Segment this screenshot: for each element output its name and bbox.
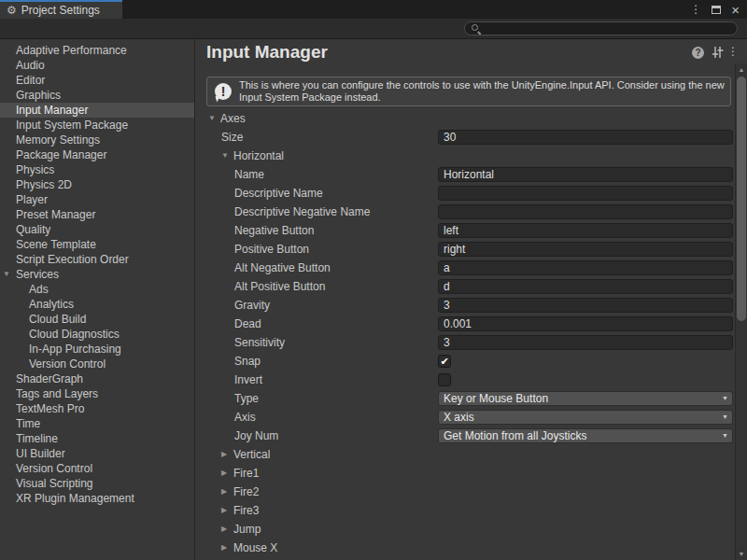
sidebar-item-label: UI Builder bbox=[0, 446, 194, 461]
property-label-fire1[interactable]: Fire1 bbox=[233, 464, 259, 483]
row-fire3: ▶Fire3 bbox=[195, 501, 747, 520]
sidebar-item-input-system-package[interactable]: Input System Package bbox=[0, 118, 194, 133]
row-jump: ▶Jump bbox=[195, 520, 747, 539]
sidebar-item-label: XR Plugin Management bbox=[0, 491, 194, 506]
property-label-axis: Axis bbox=[234, 408, 256, 427]
sidebar-item-label: Input Manager bbox=[0, 103, 194, 118]
scroll-up-icon[interactable]: ▲ bbox=[736, 66, 747, 73]
sidebar-item-memory-settings[interactable]: Memory Settings bbox=[0, 133, 194, 147]
maximize-icon[interactable] bbox=[712, 6, 721, 14]
scroll-down-icon[interactable]: ▼ bbox=[736, 551, 747, 557]
kebab-menu-icon[interactable]: ⋮ bbox=[690, 4, 701, 15]
sidebar-item-script-execution-order[interactable]: Script Execution Order bbox=[0, 252, 194, 267]
sidebar-item-scene-template[interactable]: Scene Template bbox=[0, 237, 194, 252]
foldout-services-icon[interactable]: ▼ bbox=[3, 267, 10, 282]
alt-positive-button-field[interactable]: d bbox=[438, 279, 733, 294]
sidebar-item-version-control[interactable]: Version Control bbox=[0, 461, 194, 476]
sidebar-item-package-manager[interactable]: Package Manager bbox=[0, 147, 194, 162]
foldout-vertical-icon[interactable]: ▶ bbox=[221, 445, 227, 464]
joy-num-dropdown[interactable]: Get Motion from all Joysticks▼ bbox=[438, 428, 733, 443]
name-field[interactable]: Horizontal bbox=[438, 167, 733, 182]
presets-icon[interactable] bbox=[712, 47, 724, 58]
scrollbar-thumb[interactable] bbox=[737, 77, 746, 321]
sidebar-item-label: Visual Scripting bbox=[0, 476, 194, 491]
sidebar-item-graphics[interactable]: Graphics bbox=[0, 88, 194, 103]
axis-dropdown[interactable]: X axis▼ bbox=[438, 410, 733, 425]
row-fire2: ▶Fire2 bbox=[195, 483, 747, 501]
sidebar-item-time[interactable]: Time bbox=[0, 416, 194, 431]
sidebar-item-version-control[interactable]: Version Control bbox=[0, 357, 194, 371]
tab-project-settings[interactable]: ⚙ Project Settings bbox=[0, 0, 122, 19]
foldout-fire2-icon[interactable]: ▶ bbox=[221, 483, 227, 501]
sidebar-item-xr-plugin-management[interactable]: XR Plugin Management bbox=[0, 491, 194, 506]
vertical-scrollbar[interactable]: ▲ ▼ bbox=[735, 63, 747, 560]
foldout-axes-icon[interactable]: ▼ bbox=[208, 109, 216, 128]
type-dropdown[interactable]: Key or Mouse Button▼ bbox=[438, 391, 733, 406]
sidebar-item-preset-manager[interactable]: Preset Manager bbox=[0, 207, 194, 222]
sidebar-item-physics[interactable]: Physics bbox=[0, 162, 194, 177]
sidebar-item-editor[interactable]: Editor bbox=[0, 73, 194, 88]
sidebar-item-label: Tags and Layers bbox=[0, 386, 194, 401]
property-label-alt-negative-button: Alt Negative Button bbox=[234, 259, 331, 277]
property-label-mouse-x[interactable]: Mouse X bbox=[233, 539, 277, 557]
sidebar-item-visual-scripting[interactable]: Visual Scripting bbox=[0, 476, 194, 491]
page-title: Input Manager bbox=[206, 42, 328, 63]
size-field[interactable]: 30 bbox=[438, 130, 733, 145]
property-label-horizontal[interactable]: Horizontal bbox=[233, 147, 284, 165]
sidebar-item-label: Services bbox=[0, 267, 194, 282]
search-field[interactable] bbox=[464, 21, 738, 35]
sidebar-item-label: Preset Manager bbox=[0, 207, 194, 222]
snap-checkbox[interactable]: ✔ bbox=[438, 355, 451, 368]
property-label-vertical[interactable]: Vertical bbox=[233, 445, 270, 464]
sidebar-item-input-manager[interactable]: Input Manager bbox=[0, 103, 194, 118]
settings-sidebar: Adaptive PerformanceAudioEditorGraphicsI… bbox=[0, 39, 195, 560]
info-bubble-icon: ! bbox=[215, 83, 232, 100]
sidebar-item-ads[interactable]: Ads bbox=[0, 282, 194, 297]
foldout-fire1-icon[interactable]: ▶ bbox=[221, 464, 227, 483]
search-input[interactable] bbox=[485, 22, 737, 35]
sensitivity-field[interactable]: 3 bbox=[438, 335, 733, 350]
sidebar-item-shadergraph[interactable]: ShaderGraph bbox=[0, 371, 194, 386]
property-label-axes[interactable]: Axes bbox=[220, 109, 246, 128]
invert-checkbox[interactable] bbox=[438, 373, 451, 386]
help-icon[interactable]: ? bbox=[692, 47, 704, 59]
sidebar-item-player[interactable]: Player bbox=[0, 192, 194, 207]
kebab-menu-icon[interactable]: ⋮ bbox=[727, 46, 739, 57]
sidebar-item-services[interactable]: ▼Services bbox=[0, 267, 194, 282]
row-descriptive-name: Descriptive Name bbox=[195, 184, 747, 203]
type-dropdown-value: Key or Mouse Button bbox=[444, 392, 548, 405]
gravity-field[interactable]: 3 bbox=[438, 298, 733, 313]
sidebar-item-tags-and-layers[interactable]: Tags and Layers bbox=[0, 386, 194, 401]
property-label-positive-button: Positive Button bbox=[234, 240, 309, 259]
sidebar-item-cloud-build[interactable]: Cloud Build bbox=[0, 312, 194, 327]
sidebar-item-cloud-diagnostics[interactable]: Cloud Diagnostics bbox=[0, 327, 194, 342]
sidebar-item-ui-builder[interactable]: UI Builder bbox=[0, 446, 194, 461]
close-icon[interactable]: × bbox=[731, 3, 740, 17]
sidebar-item-adaptive-performance[interactable]: Adaptive Performance bbox=[0, 43, 194, 58]
sidebar-item-quality[interactable]: Quality bbox=[0, 222, 194, 237]
foldout-mouse-x-icon[interactable]: ▶ bbox=[221, 539, 227, 557]
sidebar-item-label: Ads bbox=[0, 282, 194, 297]
foldout-fire3-icon[interactable]: ▶ bbox=[221, 501, 227, 520]
chevron-down-icon: ▼ bbox=[722, 411, 728, 424]
descriptive-negative-name-field[interactable] bbox=[438, 204, 733, 219]
negative-button-field[interactable]: left bbox=[438, 223, 733, 238]
property-label-jump[interactable]: Jump bbox=[233, 520, 261, 539]
sidebar-item-timeline[interactable]: Timeline bbox=[0, 431, 194, 446]
positive-button-field[interactable]: right bbox=[438, 242, 733, 257]
alt-negative-button-field[interactable]: a bbox=[438, 260, 733, 275]
sidebar-item-in-app-purchasing[interactable]: In-App Purchasing bbox=[0, 342, 194, 357]
property-label-fire3[interactable]: Fire3 bbox=[233, 501, 259, 520]
descriptive-name-field[interactable] bbox=[438, 186, 733, 201]
sidebar-item-label: Audio bbox=[0, 58, 194, 73]
property-label-fire2[interactable]: Fire2 bbox=[233, 483, 259, 501]
sidebar-item-physics-2d[interactable]: Physics 2D bbox=[0, 177, 194, 192]
sidebar-item-textmesh-pro[interactable]: TextMesh Pro bbox=[0, 401, 194, 416]
sidebar-item-analytics[interactable]: Analytics bbox=[0, 297, 194, 312]
property-label-gravity: Gravity bbox=[234, 296, 270, 315]
dead-field[interactable]: 0.001 bbox=[438, 316, 733, 331]
row-fire1: ▶Fire1 bbox=[195, 464, 747, 483]
foldout-jump-icon[interactable]: ▶ bbox=[221, 520, 227, 539]
foldout-horizontal-icon[interactable]: ▼ bbox=[221, 147, 229, 165]
sidebar-item-audio[interactable]: Audio bbox=[0, 58, 194, 73]
